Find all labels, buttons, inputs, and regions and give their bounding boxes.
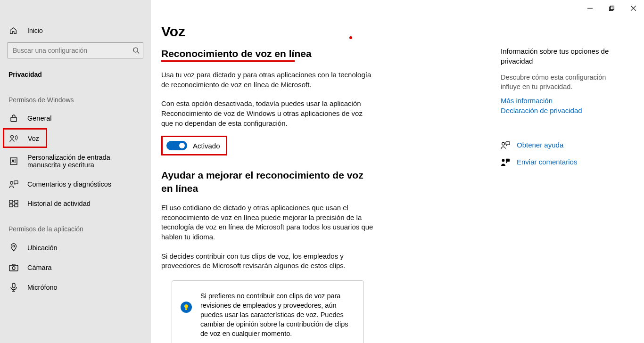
para-recognition-desc: Usa tu voz para dictado y para otras apl… [161, 70, 373, 90]
page-title: Voz [161, 22, 501, 48]
home-nav[interactable]: Inicio [0, 22, 151, 40]
help-icon [501, 141, 510, 149]
svg-rect-13 [9, 265, 18, 271]
search-wrap [8, 42, 143, 58]
aside: Información sobre tus opciones de privac… [501, 22, 633, 343]
feedback-send-icon [501, 158, 510, 166]
section-online-recognition: Reconocimiento de voz en línea [161, 48, 312, 59]
activity-history-icon [8, 200, 19, 207]
aside-heading: Información sobre tus opciones de privac… [501, 46, 621, 66]
link-more-info[interactable]: Más información [501, 97, 621, 105]
svg-rect-11 [15, 204, 18, 207]
svg-rect-7 [14, 181, 18, 184]
lightbulb-icon [181, 302, 192, 313]
voice-icon [9, 134, 19, 143]
sidebar: Inicio Privacidad Permisos de Windows Ge… [0, 0, 151, 343]
sidebar-item-history[interactable]: Historial de actividad [0, 194, 151, 213]
svg-point-4 [11, 136, 14, 139]
feedback-icon [8, 180, 19, 188]
sidebar-item-general[interactable]: General [0, 108, 151, 128]
annotation-underline [161, 60, 295, 62]
toggle-state-label: Activado [193, 142, 220, 150]
sidebar-item-feedback[interactable]: Comentarios y diagnósticos [0, 174, 151, 194]
svg-rect-18 [506, 141, 510, 144]
para-improve-desc: El uso cotidiano de dictado y otras apli… [161, 203, 373, 242]
svg-point-12 [13, 245, 15, 247]
aside-sub: Descubre cómo esta configuración influye… [501, 73, 621, 92]
info-card: Si prefieres no contribuir con clips de … [172, 280, 364, 343]
main: Voz Reconocimiento de voz en línea Usa t… [151, 0, 644, 343]
sidebar-item-label: Micrófono [27, 284, 58, 291]
svg-rect-9 [15, 200, 18, 203]
sidebar-item-label: Ubicación [27, 244, 58, 252]
para-recognition-note: Con esta opción desactivada, todavía pue… [161, 99, 373, 128]
location-icon [8, 243, 19, 253]
sidebar-item-microphone[interactable]: Micrófono [0, 277, 151, 298]
svg-rect-15 [12, 283, 15, 288]
dictionary-icon [8, 157, 19, 165]
svg-rect-10 [9, 204, 13, 207]
online-recognition-toggle[interactable] [166, 141, 187, 150]
group-app-perms: Permisos de la aplicación [0, 213, 151, 237]
toggle-knob [179, 143, 185, 148]
sidebar-item-label: Personalización de entrada manuscrita y … [27, 154, 140, 169]
sidebar-item-label: General [27, 114, 52, 122]
annotation-dot [349, 36, 352, 39]
link-privacy-statement[interactable]: Declaración de privacidad [501, 106, 621, 114]
svg-rect-16 [185, 309, 187, 310]
lock-icon [8, 114, 19, 122]
get-help[interactable]: Obtener ayuda [501, 141, 621, 149]
sidebar-item-voz[interactable]: Voz [3, 128, 47, 148]
svg-point-6 [10, 181, 13, 184]
sidebar-item-location[interactable]: Ubicación [0, 237, 151, 258]
svg-point-14 [12, 267, 15, 270]
svg-point-17 [502, 142, 505, 145]
get-help-label: Obtener ayuda [517, 141, 563, 149]
sidebar-heading: Privacidad [0, 63, 151, 84]
sidebar-item-camera[interactable]: Cámara [0, 258, 151, 277]
sidebar-item-label: Voz [28, 135, 39, 142]
home-label: Inicio [27, 27, 43, 34]
sidebar-item-inking[interactable]: Personalización de entrada manuscrita y … [0, 148, 151, 174]
sidebar-item-label: Cámara [27, 264, 52, 271]
sidebar-item-label: Historial de actividad [27, 200, 91, 207]
send-feedback-label: Enviar comentarios [517, 158, 577, 166]
section-improve-recognition: Ayudar a mejorar el reconocimiento de vo… [161, 169, 369, 195]
group-windows-perms: Permisos de Windows [0, 84, 151, 108]
para-contribute-note: Si decides contribuir con tus clips de v… [161, 252, 373, 271]
sidebar-item-label: Comentarios y diagnósticos [27, 180, 111, 188]
svg-rect-20 [506, 158, 510, 161]
camera-icon [8, 264, 19, 271]
annotation-box: Activado [161, 136, 227, 155]
info-text: Si prefieres no contribuir con clips de … [200, 291, 353, 338]
send-feedback[interactable]: Enviar comentarios [501, 158, 621, 166]
svg-point-19 [502, 159, 505, 162]
home-icon [8, 26, 18, 35]
microphone-icon [8, 283, 19, 292]
svg-rect-3 [11, 117, 17, 122]
search-input[interactable] [8, 42, 143, 58]
svg-rect-8 [9, 200, 13, 203]
